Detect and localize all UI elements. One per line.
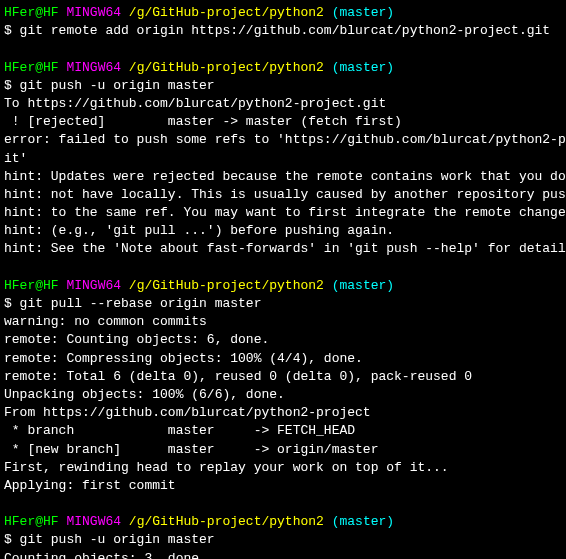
prompt-branch: (master) <box>332 278 394 293</box>
prompt-branch: (master) <box>332 60 394 75</box>
output-line: ! [rejected] master -> master (fetch fir… <box>4 113 562 131</box>
output-line: hint: (e.g., 'git pull ...') before push… <box>4 222 562 240</box>
prompt-line: HFer@HF MINGW64 /g/GitHub-project/python… <box>4 277 562 295</box>
prompt-user: HFer@HF <box>4 514 59 529</box>
prompt-path: /g/GitHub-project/python2 <box>129 514 324 529</box>
output-line: remote: Total 6 (delta 0), reused 0 (del… <box>4 368 562 386</box>
output-line: * [new branch] master -> origin/master <box>4 441 562 459</box>
prompt-branch: (master) <box>332 514 394 529</box>
command-line[interactable]: $ git push -u origin master <box>4 531 562 549</box>
command-line[interactable]: $ git push -u origin master <box>4 77 562 95</box>
output-line: remote: Counting objects: 6, done. <box>4 331 562 349</box>
prompt-path: /g/GitHub-project/python2 <box>129 60 324 75</box>
prompt-line: HFer@HF MINGW64 /g/GitHub-project/python… <box>4 4 562 22</box>
output-line: To https://github.com/blurcat/python2-pr… <box>4 95 562 113</box>
prompt-user: HFer@HF <box>4 60 59 75</box>
output-line: it' <box>4 150 562 168</box>
blank-line <box>4 495 562 513</box>
command-line[interactable]: $ git remote add origin https://github.c… <box>4 22 562 40</box>
blank-line <box>4 259 562 277</box>
output-line: Applying: first commit <box>4 477 562 495</box>
prompt-line: HFer@HF MINGW64 /g/GitHub-project/python… <box>4 59 562 77</box>
prompt-host: MINGW64 <box>66 60 121 75</box>
output-line: Counting objects: 3, done. <box>4 550 562 559</box>
command-line[interactable]: $ git pull --rebase origin master <box>4 295 562 313</box>
prompt-user: HFer@HF <box>4 5 59 20</box>
output-line: hint: See the 'Note about fast-forwards'… <box>4 240 562 258</box>
prompt-host: MINGW64 <box>66 514 121 529</box>
prompt-host: MINGW64 <box>66 5 121 20</box>
output-line: remote: Compressing objects: 100% (4/4),… <box>4 350 562 368</box>
output-line: hint: to the same ref. You may want to f… <box>4 204 562 222</box>
output-line: hint: Updates were rejected because the … <box>4 168 562 186</box>
prompt-line: HFer@HF MINGW64 /g/GitHub-project/python… <box>4 513 562 531</box>
output-line: error: failed to push some refs to 'http… <box>4 131 562 149</box>
output-line: First, rewinding head to replay your wor… <box>4 459 562 477</box>
terminal-session: HFer@HF MINGW64 /g/GitHub-project/python… <box>4 4 562 559</box>
prompt-user: HFer@HF <box>4 278 59 293</box>
prompt-branch: (master) <box>332 5 394 20</box>
output-line: warning: no common commits <box>4 313 562 331</box>
prompt-path: /g/GitHub-project/python2 <box>129 278 324 293</box>
output-line: * branch master -> FETCH_HEAD <box>4 422 562 440</box>
output-line: Unpacking objects: 100% (6/6), done. <box>4 386 562 404</box>
prompt-host: MINGW64 <box>66 278 121 293</box>
output-line: hint: not have locally. This is usually … <box>4 186 562 204</box>
output-line: From https://github.com/blurcat/python2-… <box>4 404 562 422</box>
blank-line <box>4 40 562 58</box>
prompt-path: /g/GitHub-project/python2 <box>129 5 324 20</box>
